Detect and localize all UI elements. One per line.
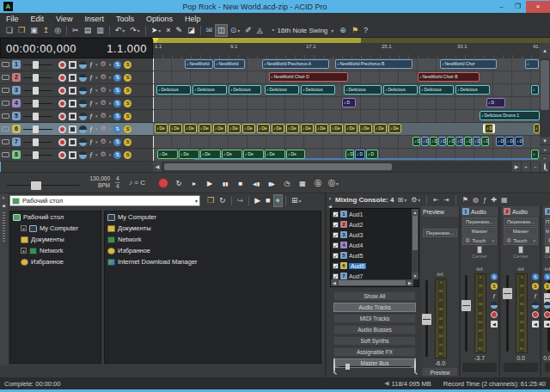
dropdown-arrow-icon[interactable]: ▾ bbox=[418, 197, 420, 203]
clip[interactable]: ♪NewWorld Prechorus B bbox=[335, 59, 412, 69]
clip[interactable]: ♪Delicious bbox=[419, 85, 454, 95]
track-lane-1[interactable]: ♪NewWorld♪NewWorld♪NewWorld Prechorus A♪… bbox=[153, 58, 540, 71]
automation-mode-button[interactable]: ⚙Touch▾ bbox=[504, 236, 538, 245]
play-from-start-button[interactable]: ▸ bbox=[188, 176, 200, 190]
clip[interactable]: ♪ bbox=[531, 150, 539, 159]
mute-button[interactable] bbox=[69, 100, 76, 107]
channel-checkbox[interactable]: ✓ bbox=[333, 273, 339, 279]
track-volume-slider[interactable] bbox=[23, 151, 52, 159]
open-file-button[interactable]: ❒ bbox=[16, 25, 27, 36]
timeline[interactable]: ♪NewWorld♪NewWorld♪NewWorld Prechorus A♪… bbox=[153, 58, 540, 162]
channel-row-aud3[interactable]: ✓3Aud3 bbox=[331, 230, 419, 240]
clip[interactable]: ♪D bbox=[421, 137, 429, 146]
routing-button[interactable]: ⇅ bbox=[113, 74, 121, 82]
channel-list-vscroll[interactable]: ▲ ▼ bbox=[412, 209, 419, 279]
mute-button[interactable] bbox=[69, 87, 76, 95]
fx-icon[interactable]: ƒ bbox=[532, 292, 539, 299]
clip[interactable]: ♪D bbox=[486, 98, 505, 107]
refresh-button[interactable]: ↻ bbox=[217, 195, 228, 206]
channel-hscroll-thumb[interactable] bbox=[339, 280, 406, 285]
mute-button[interactable] bbox=[69, 61, 76, 69]
channel-checkbox[interactable]: ✓ bbox=[333, 263, 339, 269]
automation-dropdown-icon[interactable]: ▾ bbox=[109, 113, 112, 119]
collapse-track-icon[interactable] bbox=[2, 126, 9, 132]
save-button[interactable]: ▣ bbox=[28, 25, 40, 36]
track-header-7[interactable]: 7ƒ▾⚙▾⇅S bbox=[0, 136, 153, 149]
clip[interactable]: ♪De bbox=[213, 124, 226, 133]
channel-scroll-up-icon[interactable]: ▲ bbox=[412, 209, 419, 216]
automation-settings-button[interactable]: ⚙ bbox=[101, 112, 107, 120]
swing-selector[interactable]: ◔ 16th Note Swing ▾ bbox=[267, 25, 338, 36]
project-key[interactable]: ♪ = C bbox=[129, 179, 145, 187]
clip[interactable]: ♪NewWorld Chor bbox=[440, 59, 497, 69]
timeline-vertical-scrollbar[interactable]: ▼ + − bbox=[540, 58, 550, 162]
record-arm-button[interactable] bbox=[58, 61, 66, 69]
draw-tool-button[interactable]: ➤▾ bbox=[150, 25, 163, 36]
solo-button[interactable] bbox=[79, 138, 87, 146]
interactive-tutorials-button[interactable]: ⚑ bbox=[350, 25, 360, 36]
track-fx-button[interactable]: ƒ bbox=[89, 113, 93, 120]
clip[interactable]: ♪De bbox=[257, 124, 270, 133]
record-arm-button[interactable] bbox=[58, 100, 66, 107]
record-button[interactable] bbox=[157, 176, 169, 190]
stop-preview-button[interactable]: ■ bbox=[264, 195, 272, 206]
track-lane-3[interactable]: ♪Delicious♪Delicious♪Delicious♪Delicious… bbox=[153, 84, 540, 97]
automation-dropdown-icon[interactable]: ▾ bbox=[109, 101, 112, 106]
input-assign-button[interactable]: Пер bbox=[545, 217, 550, 226]
insert-input-bus-button[interactable]: ✚ bbox=[490, 196, 498, 204]
whats-this-button[interactable]: ? bbox=[362, 25, 370, 36]
snap-offset-button[interactable]: S bbox=[124, 138, 131, 146]
mixer-zoom-slider[interactable] bbox=[339, 363, 411, 370]
settings-gear-button[interactable]: ⚙▾ bbox=[410, 196, 421, 204]
menu-edit[interactable]: Edit bbox=[25, 15, 51, 23]
automation-mode-button[interactable]: ⚙Touch▾ bbox=[545, 236, 550, 245]
record-arm-button[interactable] bbox=[58, 87, 66, 95]
clip[interactable]: ♪De bbox=[374, 124, 387, 133]
dropdown-arrow-icon[interactable]: ▾ bbox=[404, 197, 406, 203]
tempo-slider[interactable] bbox=[7, 181, 80, 190]
channel-checkbox[interactable]: ✓ bbox=[333, 211, 339, 217]
track-fx-button[interactable]: ƒ bbox=[89, 151, 93, 159]
tempo-slider-handle[interactable] bbox=[31, 181, 41, 190]
solo-button[interactable] bbox=[79, 126, 87, 133]
automation-dropdown-icon[interactable]: ▾ bbox=[109, 62, 112, 67]
fx-dropdown-icon[interactable]: ▾ bbox=[95, 101, 98, 106]
track-fx-button[interactable]: ƒ bbox=[89, 61, 93, 69]
clip[interactable]: ♪De bbox=[496, 137, 504, 146]
automation-settings-button[interactable]: ⚙ bbox=[101, 138, 107, 146]
expander-icon[interactable]: + bbox=[21, 225, 27, 231]
envelope-tool-button[interactable]: ✉ bbox=[205, 25, 215, 36]
track-lane-8[interactable]: ♪De♪De♪De♪De♪De♪De♪De♪D♪D♪D♪ bbox=[153, 149, 540, 162]
output-bus-button[interactable]: Master bbox=[504, 227, 538, 236]
fx-dropdown-icon[interactable]: ▾ bbox=[95, 126, 98, 132]
channel-row-aud1[interactable]: ✓1Aud1 bbox=[331, 209, 419, 219]
clip[interactable]: ♪De bbox=[200, 150, 221, 159]
volume-slider-handle[interactable] bbox=[33, 100, 39, 107]
tree-item-network[interactable]: +Network bbox=[10, 245, 101, 256]
clip[interactable]: ♪Delicious bbox=[229, 85, 261, 95]
track-fx-button[interactable]: ƒ bbox=[89, 138, 93, 146]
tree-item-desktop[interactable]: Рабочий стол bbox=[10, 211, 101, 223]
scroll-left-button[interactable]: ◀ bbox=[153, 162, 162, 172]
clip[interactable]: ♪D bbox=[412, 137, 420, 146]
filter-assignable-fx[interactable]: Assignable FX bbox=[333, 347, 416, 357]
solo-button[interactable] bbox=[79, 113, 87, 120]
scroll-right-button[interactable]: ▶ bbox=[512, 162, 522, 172]
track-volume-slider[interactable] bbox=[23, 126, 52, 133]
menu-options[interactable]: Options bbox=[140, 15, 179, 23]
track-fx-button[interactable]: ƒ bbox=[89, 87, 93, 95]
clip[interactable]: ♪Delicious bbox=[383, 85, 418, 95]
close-button[interactable]: × bbox=[526, 1, 550, 13]
channel-list-hscroll[interactable]: ◀ ▶ bbox=[331, 279, 413, 286]
clip[interactable]: ♪De bbox=[222, 150, 242, 159]
automation-settings-button[interactable]: ⚙ bbox=[101, 99, 107, 107]
clip[interactable]: ♪Delicious bbox=[156, 85, 191, 95]
clip[interactable]: ♪De bbox=[265, 150, 285, 159]
fx-icon[interactable]: ƒ bbox=[491, 292, 498, 299]
clip[interactable]: ♪De bbox=[199, 124, 211, 133]
clip[interactable]: ♪De bbox=[169, 124, 182, 133]
clip[interactable]: ♪NewWorld bbox=[214, 59, 245, 69]
automation-o-button[interactable]: ⓞ▾ bbox=[327, 176, 339, 190]
insert-assignable-fx-button[interactable]: ◍ bbox=[472, 196, 480, 204]
solo-icon[interactable] bbox=[532, 302, 539, 309]
